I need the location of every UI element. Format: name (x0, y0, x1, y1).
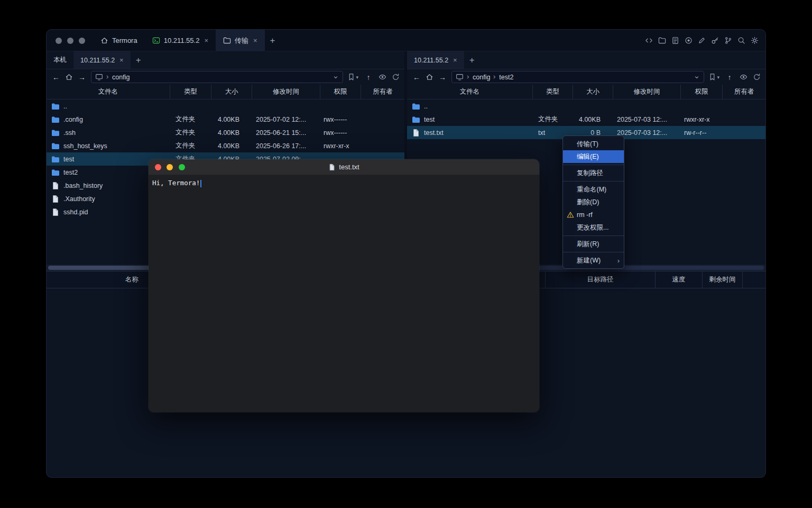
chevron-down-icon[interactable] (333, 74, 339, 80)
refresh-icon[interactable] (392, 73, 400, 81)
folder-icon[interactable] (658, 37, 666, 44)
app-tab-bar: Termora 10.211.55.2 × 传输 × + (93, 30, 281, 51)
bookmark-button[interactable]: ▾ (347, 73, 358, 81)
column-header-permission[interactable]: 权限 (320, 85, 361, 99)
table-row[interactable]: .config 文件夹 4.00KB 2025-07-02 12:... rwx… (47, 113, 404, 126)
new-tab-button[interactable]: + (265, 30, 281, 51)
titlebar-actions (645, 30, 759, 51)
path-segment[interactable]: config (112, 74, 130, 81)
new-panel-tab-button[interactable]: + (131, 51, 146, 69)
left-toolbar: ← → config ▾ ↑ (47, 69, 404, 85)
close-icon[interactable]: × (119, 56, 124, 64)
pencil-icon[interactable] (698, 37, 706, 44)
table-row[interactable]: .. (47, 99, 404, 113)
menu-item-transfer[interactable]: 传输(T) (563, 138, 624, 150)
transfer-column-remaining[interactable]: 剩余时间 (703, 271, 743, 288)
home-icon[interactable] (426, 73, 433, 81)
left-table-header: 文件名 类型 大小 修改时间 权限 所有者 (47, 85, 404, 99)
menu-item-rename[interactable]: 重命名(M) (563, 183, 624, 196)
new-panel-tab-button[interactable]: + (464, 51, 480, 69)
column-header-owner[interactable]: 所有者 (723, 85, 765, 99)
column-header-modified[interactable]: 修改时间 (252, 85, 320, 99)
parent-directory-icon[interactable]: ↑ (364, 73, 373, 81)
right-table-header: 文件名 类型 大小 修改时间 权限 所有者 (407, 85, 765, 99)
titlebar: Termora 10.211.55.2 × 传输 × + (47, 30, 765, 51)
close-icon[interactable]: × (253, 37, 257, 44)
record-icon[interactable] (685, 37, 693, 44)
tab-ssh-session[interactable]: 10.211.55.2 × (145, 30, 216, 51)
table-row[interactable]: ssh_host_keys 文件夹 4.00KB 2025-06-26 17:.… (47, 139, 404, 152)
termora-window: Termora 10.211.55.2 × 传输 × + (47, 30, 765, 477)
tab-remote-right[interactable]: 10.211.55.2 × (407, 51, 464, 69)
key-icon[interactable] (711, 37, 719, 44)
context-menu: 传输(T) 编辑(E) 复制路径 重命名(M) 删除(D) rm -rf 更改权… (562, 135, 624, 269)
column-header-owner[interactable]: 所有者 (361, 85, 404, 99)
chevron-down-icon[interactable] (694, 74, 700, 80)
right-path-breadcrumb[interactable]: config test2 (451, 71, 704, 83)
column-header-type[interactable]: 类型 (170, 85, 211, 99)
editor-content[interactable]: Hi, Termora! (149, 175, 539, 191)
code-icon[interactable] (645, 37, 653, 44)
path-segment[interactable]: test2 (499, 74, 513, 81)
column-header-permission[interactable]: 权限 (681, 85, 723, 99)
chevron-down-icon: ▾ (356, 75, 358, 80)
parent-directory-icon[interactable]: ↑ (725, 73, 734, 81)
tab-transfer[interactable]: 传输 × (216, 30, 265, 51)
column-header-size[interactable]: 大小 (573, 85, 613, 99)
column-header-size[interactable]: 大小 (211, 85, 252, 99)
menu-item-rm-rf[interactable]: rm -rf (563, 208, 624, 221)
menu-item-refresh[interactable]: 刷新(R) (563, 238, 624, 250)
file-icon (51, 195, 60, 203)
show-hidden-eye-icon[interactable] (379, 73, 386, 81)
settings-icon[interactable] (751, 37, 759, 44)
refresh-icon[interactable] (753, 73, 761, 81)
tab-termora[interactable]: Termora (93, 30, 145, 51)
warning-icon (567, 211, 574, 219)
editor-titlebar[interactable]: test.txt (149, 159, 539, 175)
column-header-type[interactable]: 类型 (533, 85, 573, 99)
window-zoom-button[interactable] (79, 38, 85, 44)
bookmark-icon (347, 73, 355, 81)
menu-item-delete[interactable]: 删除(D) (563, 196, 624, 208)
window-minimize-button[interactable] (67, 38, 73, 44)
computer-icon (456, 73, 464, 81)
folder-icon (412, 115, 420, 124)
path-segment[interactable]: config (473, 74, 490, 81)
table-row[interactable]: .. (407, 99, 765, 113)
close-icon[interactable]: × (204, 37, 208, 44)
tab-label: 传输 (235, 36, 248, 46)
forward-icon[interactable]: → (77, 73, 87, 81)
column-header-modified[interactable]: 修改时间 (613, 85, 681, 99)
tab-local[interactable]: 本机 (47, 51, 73, 69)
table-row[interactable]: test 文件夹 4.00KB 2025-07-03 12:... rwxr-x… (407, 113, 765, 126)
back-icon[interactable]: ← (51, 73, 61, 81)
menu-item-change-permissions[interactable]: 更改权限... (563, 221, 624, 234)
menu-separator (563, 235, 624, 236)
menu-item-copy-path[interactable]: 复制路径 (563, 167, 624, 179)
search-icon[interactable] (737, 37, 745, 44)
folder-icon (51, 115, 60, 124)
menu-item-edit[interactable]: 编辑(E) (563, 150, 624, 163)
home-icon[interactable] (65, 73, 73, 81)
left-path-breadcrumb[interactable]: config (91, 71, 343, 83)
transfer-column-tail (743, 271, 765, 288)
tab-label: 本机 (53, 56, 67, 65)
transfer-column-target-path[interactable]: 目标路径 (546, 271, 656, 288)
window-close-button[interactable] (56, 38, 62, 44)
branch-icon[interactable] (724, 37, 732, 44)
log-icon[interactable] (671, 37, 679, 44)
column-header-name[interactable]: 文件名 (407, 85, 533, 99)
menu-item-new[interactable]: 新建(W) › (563, 254, 624, 267)
column-header-name[interactable]: 文件名 (47, 85, 170, 99)
back-icon[interactable]: ← (412, 73, 421, 81)
show-hidden-eye-icon[interactable] (740, 73, 748, 81)
table-row[interactable]: .ssh 文件夹 4.00KB 2025-06-21 15:... rwx---… (47, 126, 404, 139)
transfer-column-speed[interactable]: 速度 (656, 271, 703, 288)
bookmark-button[interactable]: ▾ (708, 73, 719, 81)
close-icon[interactable]: × (453, 56, 457, 64)
chevron-right-icon (492, 74, 497, 80)
tab-remote-left[interactable]: 10.211.55.2 × (73, 51, 131, 69)
desktop: Termora 10.211.55.2 × 传输 × + (0, 0, 812, 508)
chevron-right-icon (105, 74, 110, 80)
forward-icon[interactable]: → (438, 73, 447, 81)
